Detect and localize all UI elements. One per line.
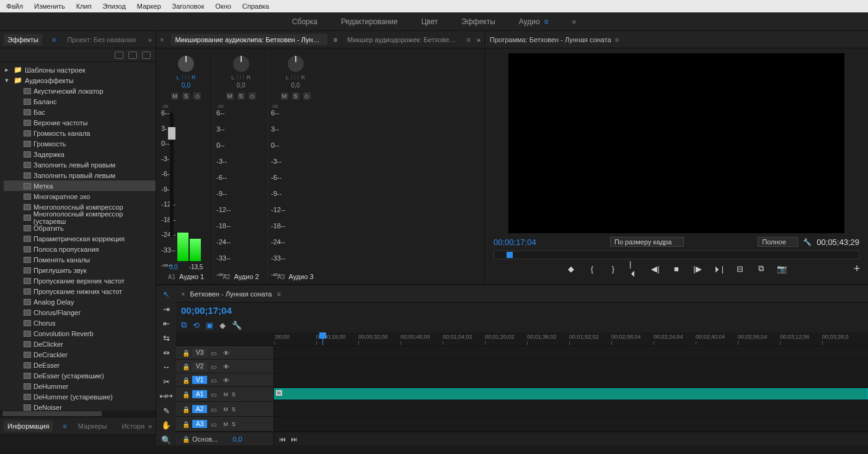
menu-help[interactable]: Справка (239, 1, 273, 11)
keyframe-button[interactable]: ◇ (193, 92, 201, 100)
rate-stretch-icon[interactable]: ↔ (161, 362, 172, 372)
toggle-output-icon[interactable]: ▭ (211, 363, 219, 370)
playhead-timecode[interactable]: 00;00;17;04 (181, 305, 232, 316)
workspace-overflow-icon[interactable]: » (572, 17, 576, 26)
lock-icon[interactable]: 🔒 (182, 363, 188, 370)
step-back-icon[interactable]: ◀| (650, 264, 660, 273)
menu-file[interactable]: Файл (2, 1, 27, 11)
solo-button[interactable]: S (292, 92, 299, 100)
track-header[interactable]: 🔒 A2 ▭ M S (176, 402, 274, 416)
eye-icon[interactable]: 👁 (223, 377, 232, 383)
effects-item[interactable]: Верхние частоты (4, 117, 156, 128)
ripple-edit-icon[interactable]: ⇆ (161, 332, 172, 343)
settings-wrench-icon[interactable]: 🔧 (232, 321, 242, 330)
pan-knob[interactable] (288, 56, 304, 72)
tab-clip-mixer[interactable]: Микширование аудиоклипа: Бетховен - Лунн… (171, 34, 327, 45)
track-lane[interactable] (274, 360, 868, 373)
lock-icon[interactable]: 🔒 (182, 391, 188, 398)
solo-button[interactable]: S (232, 406, 236, 412)
keyframe-button[interactable]: ◇ (249, 92, 256, 100)
mute-button[interactable]: M (223, 406, 228, 412)
track-lane[interactable] (274, 417, 868, 431)
prev-edit-icon[interactable]: ⏮ (279, 435, 286, 443)
mute-button[interactable]: M (226, 92, 234, 100)
panel-menu-icon[interactable]: ≡ (63, 422, 66, 430)
toggle-output-icon[interactable]: ▭ (211, 391, 219, 398)
track-lane[interactable] (274, 402, 868, 416)
effects-item[interactable]: Convolution Reverb (4, 328, 156, 339)
panel-menu-icon[interactable]: ≡ (615, 36, 619, 43)
timeline-ruler[interactable]: ;00;0000;00;16;0000;00;32;0000;00;48;000… (176, 332, 868, 346)
export-frame-icon[interactable]: 📷 (777, 264, 787, 273)
mute-button[interactable]: M (223, 421, 228, 427)
workspace-assembly[interactable]: Сборка (292, 17, 317, 26)
workspace-color[interactable]: Цвет (421, 17, 438, 26)
track-name[interactable]: A3 (192, 420, 207, 428)
effects-item[interactable]: DeHummer (4, 381, 156, 391)
track-header[interactable]: 🔒 V1 ▭ 👁 (176, 373, 274, 386)
tab-markers[interactable]: Маркеры (74, 421, 111, 432)
fader-handle[interactable] (167, 127, 176, 140)
next-edit-icon[interactable]: ⏭ (291, 435, 298, 443)
zoom-tool-icon[interactable]: 🔍 (161, 435, 172, 445)
selection-tool-icon[interactable]: ↖ (161, 289, 172, 300)
track-select-fwd-icon[interactable]: ⇥ (161, 303, 172, 314)
effects-item[interactable]: Chorus (4, 318, 156, 328)
add-marker-icon[interactable]: ◆ (566, 264, 576, 273)
effects-item[interactable]: Приглушить звук (4, 265, 156, 275)
playback-quality-dropdown[interactable]: Полное (758, 237, 798, 247)
workspace-editing[interactable]: Редактирование (341, 17, 397, 26)
add-marker-icon[interactable]: ▣ (206, 321, 213, 330)
effects-item[interactable]: Пропускание нижних частот (4, 286, 156, 296)
effects-item[interactable]: Громкость канала (4, 128, 156, 138)
tree-folder[interactable]: ▸📁Шаблоны настроек (4, 65, 156, 75)
effects-item[interactable]: Акустический локатор (4, 86, 156, 96)
settings-wrench-icon[interactable]: 🔧 (803, 238, 812, 246)
tree-folder[interactable]: ▾📁Аудиоэффекты (4, 75, 156, 86)
pan-value[interactable]: 0,0 (237, 82, 246, 89)
effects-item[interactable]: DeHummer (устаревшие) (4, 391, 156, 402)
program-playhead[interactable] (507, 252, 513, 258)
tab-overflow-icon[interactable]: » (477, 36, 480, 43)
track-name[interactable]: V2 (192, 362, 207, 370)
sequence-name[interactable]: Бетховен - Лунная соната (190, 290, 272, 298)
mute-button[interactable]: M (223, 391, 228, 398)
toggle-output-icon[interactable]: ▭ (211, 421, 219, 427)
eye-icon[interactable]: 👁 (223, 363, 232, 370)
toggle-output-icon[interactable]: ▭ (211, 350, 219, 356)
tab-overflow-icon[interactable]: » (148, 422, 152, 430)
solo-button[interactable]: S (237, 92, 245, 100)
track-select-back-icon[interactable]: ⇤ (161, 318, 172, 329)
mark-in-icon[interactable]: { (587, 264, 597, 273)
tab-project[interactable]: Проект: Без названия (63, 34, 140, 45)
effects-item[interactable]: Заполнить правый левым (4, 170, 156, 180)
zoom-fit-dropdown[interactable]: По размеру кадра (610, 237, 684, 247)
effects-item[interactable]: Пропускание верхних частот (4, 275, 156, 286)
fx-badge-icon[interactable]: fx (276, 390, 282, 396)
mute-button[interactable]: M (281, 92, 288, 100)
extract-icon[interactable]: ⧉ (756, 264, 766, 273)
pan-value[interactable]: 0,0 (182, 82, 190, 89)
effects-item[interactable]: Поменять каналы (4, 254, 156, 265)
close-icon[interactable]: × (160, 36, 164, 43)
tab-overflow-icon[interactable]: » (148, 36, 152, 43)
workspace-effects[interactable]: Эффекты (461, 17, 495, 26)
track-name[interactable]: A1 (192, 390, 207, 398)
effects-item[interactable]: DeEsser (устаревшие) (4, 370, 156, 381)
lock-icon[interactable]: 🔒 (182, 377, 188, 383)
workspace-audio[interactable]: Аудио ≡ (519, 17, 549, 26)
panel-menu-icon[interactable]: ≡ (334, 36, 337, 43)
mark-out-icon[interactable]: } (608, 264, 618, 273)
program-tc-duration[interactable]: 00;05;43;29 (817, 238, 859, 247)
solo-button[interactable]: S (182, 92, 190, 100)
audio-clip[interactable]: fx (274, 388, 868, 399)
menu-marker[interactable]: Маркер (133, 1, 165, 11)
fx-32bit-icon[interactable] (128, 51, 137, 59)
close-icon[interactable]: × (181, 290, 185, 298)
program-tc-in[interactable]: 00;00;17;04 (494, 238, 536, 247)
effects-item[interactable]: Chorus/Flanger (4, 307, 156, 318)
track-header[interactable]: 🔒 A1 ▭ M S (176, 387, 274, 401)
toggle-output-icon[interactable]: ▭ (211, 406, 219, 412)
tab-info[interactable]: Информация (4, 421, 53, 432)
effects-item[interactable]: Параметрическая коррекция (4, 233, 156, 244)
